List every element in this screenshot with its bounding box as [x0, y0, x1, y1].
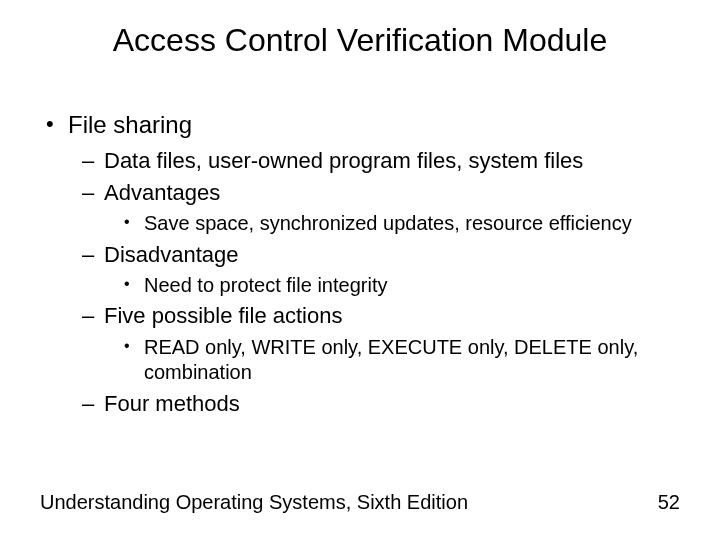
bullet-lvl3: Save space, synchronized updates, resour…	[40, 211, 680, 237]
bullet-lvl2: Advantages	[40, 179, 680, 207]
footer-text: Understanding Operating Systems, Sixth E…	[40, 491, 468, 514]
bullet-lvl3: READ only, WRITE only, EXECUTE only, DEL…	[40, 335, 680, 386]
bullet-lvl2: Disadvantage	[40, 241, 680, 269]
page-number: 52	[658, 491, 680, 514]
bullet-lvl2: Four methods	[40, 390, 680, 418]
bullet-lvl3: Need to protect file integrity	[40, 273, 680, 299]
slide-body: File sharing Data files, user-owned prog…	[40, 110, 680, 422]
slide: Access Control Verification Module File …	[0, 0, 720, 540]
slide-title: Access Control Verification Module	[0, 22, 720, 59]
bullet-lvl2: Data files, user-owned program files, sy…	[40, 147, 680, 175]
bullet-list: File sharing Data files, user-owned prog…	[40, 110, 680, 418]
bullet-lvl1: File sharing	[40, 110, 680, 141]
bullet-lvl2: Five possible file actions	[40, 302, 680, 330]
